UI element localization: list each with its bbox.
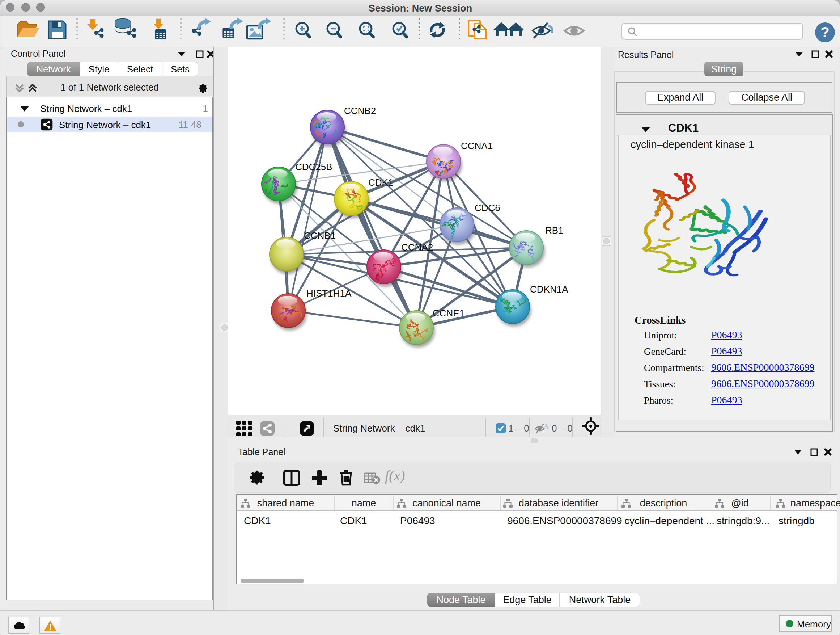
svg-text:CCNB1: CCNB1: [304, 230, 336, 241]
svg-text:CCNE1: CCNE1: [433, 308, 464, 318]
svg-text:RB1: RB1: [545, 225, 564, 236]
svg-text:CDC6: CDC6: [475, 203, 500, 213]
svg-text:CCNA2: CCNA2: [401, 242, 433, 253]
svg-text:CDKN1A: CDKN1A: [530, 284, 568, 295]
svg-text:CCNB2: CCNB2: [344, 105, 376, 116]
svg-text:CDK1: CDK1: [368, 177, 393, 188]
svg-text:CCNA1: CCNA1: [461, 141, 493, 151]
svg-text:HIST1H1A: HIST1H1A: [306, 288, 352, 299]
svg-text:CDC25B: CDC25B: [295, 162, 332, 172]
